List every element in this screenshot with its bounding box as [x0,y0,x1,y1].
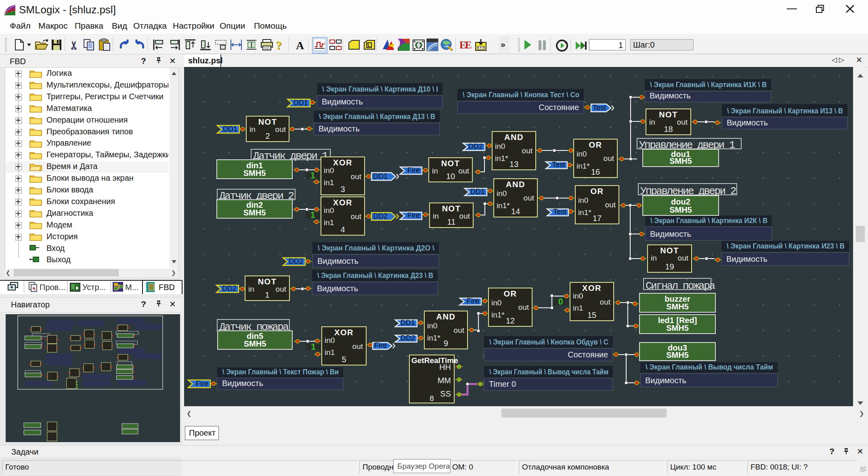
svg-text:DD1: DD1 [470,188,485,196]
svg-text:Видимость: Видимость [222,379,263,388]
svg-text:GetRealTime: GetRealTime [411,356,458,365]
svg-text:DD2: DD2 [289,257,303,265]
svg-text:in: in [248,285,254,293]
svg-text:in0: in0 [324,206,334,215]
svg-text:SMH5: SMH5 [244,339,266,348]
svg-text:NOT: NOT [258,117,277,126]
svg-text:SMH5: SMH5 [243,208,266,217]
svg-text:out: out [677,118,688,126]
svg-text:XOR: XOR [333,198,352,207]
svg-text:in1*: in1* [497,201,510,210]
svg-text:in: in [433,212,439,220]
svg-text:\ Экран Главный \ Картинка И1: \ Экран Главный \ Картинка И13 \ В [727,106,843,115]
svg-text:out: out [275,125,286,134]
svg-text:Test: Test [552,161,565,169]
svg-text:DD2: DD2 [468,142,483,150]
svg-text:out: out [459,212,470,220]
svg-text:in1: in1 [325,348,335,357]
svg-text:\ Экран Главный \ Текст Пожар: \ Экран Главный \ Текст Пожар \ Ви [222,367,339,376]
svg-text:dou2: dou2 [671,197,690,206]
svg-text:Состояние: Состояние [539,103,579,112]
svg-text:out: out [351,172,362,181]
svg-text:5: 5 [342,355,346,364]
svg-text:out: out [600,298,611,306]
svg-text:SMH5: SMH5 [669,157,692,165]
svg-text:Test: Test [553,208,566,216]
svg-text:16: 16 [591,167,600,176]
svg-text:Видимость: Видимость [645,376,686,385]
svg-text:9: 9 [444,339,448,348]
svg-text:in1*: in1* [578,208,591,217]
svg-text:HH: HH [439,363,451,372]
svg-text:1: 1 [265,290,269,299]
svg-text:17: 17 [593,214,602,223]
svg-text:\ Экран Главный \ Картинка Д10: \ Экран Главный \ Картинка Д10 \ І [322,85,438,93]
svg-text:AND: AND [436,312,456,321]
svg-text:Fire: Fire [407,166,420,174]
svg-text:Fire: Fire [374,341,387,349]
svg-text:L: L [367,42,370,48]
svg-text:in0: in0 [497,189,507,198]
svg-text:\ Экран Главный \ Кнопка Тест: \ Экран Главный \ Кнопка Тест \ Со [463,90,579,99]
svg-text:in0: in0 [491,299,501,307]
svg-text:SMH5: SMH5 [243,169,266,177]
svg-text:8: 8 [430,394,434,403]
svg-text:in1*: in1* [491,311,505,319]
svg-text:NOT: NOT [659,110,678,119]
svg-text:in1*: in1* [577,162,590,170]
svg-text:AND: AND [504,133,524,142]
svg-text:OR: OR [589,140,602,149]
svg-text:Видимость: Видимость [322,97,363,106]
svg-text:in1*: in1* [427,334,440,342]
svg-text:3: 3 [340,185,345,194]
svg-text:NOT: NOT [442,204,461,213]
svg-text:OR: OR [504,289,517,298]
svg-text:Timer 0: Timer 0 [489,380,516,388]
svg-text:OR: OR [591,187,604,196]
svg-text:Test: Test [593,104,606,112]
svg-text:15: 15 [587,311,596,319]
svg-text:\ Экран Главный \ Картинка И2К: \ Экран Главный \ Картинка И2К \ В [650,216,767,225]
svg-text:1: 1 [311,342,316,352]
svg-text:Видимость: Видимость [726,255,767,263]
svg-text:Видимость: Видимость [317,257,359,265]
svg-text:Сигнал пожара: Сигнал пожара [646,280,715,292]
svg-text:\ Экран Главный \ Кнопка Обдув: \ Экран Главный \ Кнопка Обдув \ С [489,338,608,346]
svg-text:in0: in0 [578,196,588,205]
svg-text:\ Экран Главный \ Вывод числа: \ Экран Главный \ Вывод числа Тайм [646,363,773,371]
svg-text:Видимость: Видимость [319,124,360,133]
svg-text:\ Экран Главный \ Картинка И1К: \ Экран Главный \ Картинка И1К \ В [650,80,767,89]
svg-text:in0: in0 [325,336,335,344]
svg-text:out: out [351,212,362,221]
svg-text:out: out [522,146,533,155]
svg-text:Fire: Fire [407,211,420,219]
svg-text:4: 4 [340,225,345,234]
svg-text:XOR: XOR [582,284,602,292]
svg-text:DD2: DD2 [222,284,237,292]
svg-text:in0: in0 [577,150,587,158]
svg-text:out: out [524,194,535,202]
svg-text:NOT: NOT [660,246,679,255]
svg-text:1: 1 [310,210,315,220]
svg-text:out: out [459,167,470,175]
svg-text:\ Экран Главный \ Картинка Д13: \ Экран Главный \ Картинка Д13 \ В [319,112,435,121]
svg-text:in1: in1 [324,178,334,187]
svg-text:Видимость: Видимость [317,284,358,293]
svg-text:out: out [518,303,529,311]
svg-text:out: out [352,342,363,351]
svg-text:DD1: DD1 [294,99,308,107]
svg-text:SMH5: SMH5 [666,324,689,332]
svg-text:out: out [605,200,616,209]
svg-text:in: in [432,167,438,175]
svg-text:1: 1 [310,170,315,180]
svg-text:out: out [604,154,614,163]
svg-text:out: out [454,326,465,334]
svg-text:in0: in0 [324,166,334,175]
svg-text:in1: in1 [573,304,583,312]
svg-text:\ Экран Главный \ Картинка И2: \ Экран Главный \ Картинка И23 \ В [727,242,845,250]
svg-text:11: 11 [447,217,456,226]
svg-text:Видимость: Видимость [650,91,691,100]
svg-text:13: 13 [509,160,518,169]
svg-text:in: in [649,118,655,126]
svg-text:MM: MM [438,376,451,385]
